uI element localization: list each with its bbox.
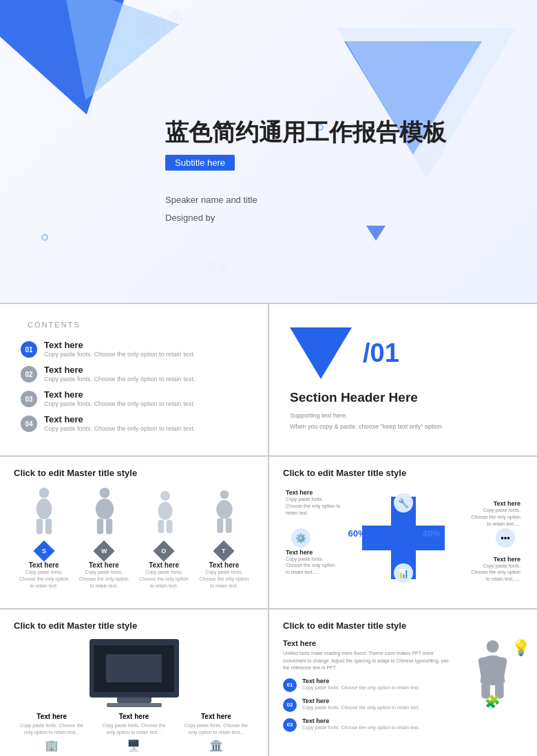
swot-item-O: O Text here Copy paste fonts. Choose the… [138, 543, 191, 589]
slide7-figure: 💡 🧩 [461, 639, 523, 709]
slide6-bottom-text: Text here Copy paste fonts. Choose the o… [98, 713, 169, 752]
svg-point-5 [96, 499, 114, 519]
svg-point-4 [100, 488, 110, 498]
item-desc: Copy paste fonts. Choose the only option… [302, 704, 419, 711]
wrench-icon: 🔧 [394, 493, 413, 512]
contents-num: 04 [21, 415, 37, 432]
contents-text: Text here Copy paste fonts. Choose the o… [44, 414, 195, 432]
contents-item-2: 02 Text here Copy paste fonts. Choose th… [21, 365, 247, 382]
swot-desc: Copy paste fonts. Choose the only option… [17, 569, 70, 589]
monitor-stand-base [117, 698, 151, 703]
speaker-name: Speaker name and title Designed by [165, 191, 496, 227]
slide7-list-item: 03 Text here Copy paste fonts. Choose th… [283, 717, 454, 732]
office-icon: 🏛️ [181, 739, 251, 752]
monitor-icon: 🖥️ [98, 739, 169, 752]
contents-desc: Copy paste fonts. Choose the only option… [44, 351, 195, 358]
contents-num: 02 [21, 366, 37, 382]
svg-rect-6 [97, 519, 103, 534]
contents-title: Text here [44, 389, 195, 400]
cross-right-text: Text here Copy paste fonts. Choose the o… [469, 500, 520, 527]
swot-letter: S [42, 548, 46, 554]
svg-rect-10 [158, 520, 164, 533]
slide7-list-item: 02 Text here Copy paste fonts. Choose th… [283, 698, 454, 712]
slide7-text-block: Text here Unified fonts make reading mor… [283, 639, 454, 737]
swot-title: Text here [29, 561, 59, 569]
svg-point-12 [220, 490, 229, 499]
contents-item-1: 01 Text here Copy paste fonts. Choose th… [21, 340, 247, 358]
slide-section-header: /01 Section Header Here Supporting text … [269, 304, 537, 455]
slide-cross: Click to edit Master title style 🔧 📊 ⚙️ … [269, 457, 537, 608]
person4 [211, 488, 238, 538]
slide7-title: Click to edit Master title style [283, 620, 523, 631]
monitor-feet [107, 703, 162, 707]
main-title: 蓝色简约通用工作报告模板 [165, 117, 496, 147]
slide-computer: Click to edit Master title style Text he… [0, 609, 268, 756]
swot-item-S: S Text here Copy paste fonts. Choose the… [17, 543, 70, 589]
swot-badge: S [33, 540, 54, 561]
tri-small [366, 226, 386, 241]
slide-figure: Click to edit Master title style Text he… [269, 609, 537, 756]
swot-badge: T [213, 540, 235, 561]
slide5-title: Click to edit Master title style [283, 468, 523, 478]
swot-title: Text here [149, 561, 179, 569]
swot-letter: O [162, 548, 167, 554]
people-row [14, 486, 254, 538]
item-desc: Copy paste fonts. Choose the only option… [302, 724, 419, 731]
item-title: Text here [302, 678, 419, 684]
item-num: 02 [283, 698, 297, 712]
item-num: 03 [283, 718, 297, 732]
item-text: Text here Copy paste fonts. Choose the o… [302, 717, 419, 731]
section-triangle [290, 327, 352, 379]
svg-point-16 [486, 640, 498, 653]
slide-swot: Click to edit Master title style [0, 457, 268, 608]
contents-num: 03 [21, 391, 37, 407]
slide6-left-text: Text here Copy paste fonts. Choose the o… [17, 713, 87, 752]
contents-text: Text here Copy paste fonts. Choose the o… [44, 389, 195, 407]
screen-content [106, 654, 162, 682]
swot-item-T: T Text here Copy paste fonts. Choose the… [198, 543, 251, 589]
slide6-bottom-row: Text here Copy paste fonts. Choose the o… [14, 713, 254, 752]
gear-icon: ⚙️ [291, 528, 310, 548]
slide-title: 蓝色简约通用工作报告模板 Subtitle here Speaker name … [0, 0, 537, 303]
contents-num: 01 [21, 341, 37, 358]
slide7-main-desc: Unified fonts make reading more fluent. … [283, 650, 454, 672]
subtitle-badge: Subtitle here [165, 155, 235, 171]
slide7-list-item: 01 Text here Copy paste fonts. Choose th… [283, 678, 454, 692]
swot-title: Text here [89, 561, 119, 569]
section-supporting: Supporting text here. When you copy & pa… [290, 411, 462, 432]
svg-rect-15 [226, 518, 232, 533]
swot-item-W: W Text here Copy paste fonts. Choose the… [77, 543, 130, 589]
swot-letter: W [101, 548, 107, 554]
person-figure [474, 639, 512, 701]
swot-badge: O [154, 540, 175, 561]
building-icon: 🏢 [17, 739, 87, 752]
svg-point-13 [216, 500, 232, 519]
contents-desc: Copy paste fonts. Choose the only option… [44, 376, 195, 382]
svg-point-1 [36, 499, 52, 519]
slide6-right-text: Text here Copy paste fonts. Choose the o… [181, 713, 251, 752]
contents-text: Text here Copy paste fonts. Choose the o… [44, 365, 195, 382]
chart-icon: 📊 [394, 563, 413, 583]
cross-left-text: Text here Copy paste fonts. Choose the o… [286, 549, 337, 576]
cross-bottom-text: Text here Copy paste fonts. Choose the o… [469, 556, 520, 583]
slide7-main-title: Text here [283, 639, 454, 647]
contents-title: Text here [44, 414, 195, 424]
slide4-title: Click to edit Master title style [14, 468, 254, 478]
item-text: Text here Copy paste fonts. Choose the o… [302, 678, 419, 691]
contents-item-3: 03 Text here Copy paste fonts. Choose th… [21, 389, 247, 407]
dots-icon: ••• [496, 528, 515, 548]
item-num: 01 [283, 678, 297, 692]
item-desc: Copy paste fonts. Choose the only option… [302, 684, 419, 691]
slide7-items: 01 Text here Copy paste fonts. Choose th… [283, 678, 454, 732]
contents-text: Text here Copy paste fonts. Choose the o… [44, 340, 195, 358]
swot-desc: Copy paste fonts. Choose the only option… [77, 569, 130, 589]
slide-contents: CONTENTS 01 Text here Copy paste fonts. … [0, 304, 268, 455]
slide6-title: Click to edit Master title style [14, 620, 254, 631]
contents-desc: Copy paste fonts. Choose the only option… [44, 400, 195, 407]
swot-title: Text here [209, 561, 240, 569]
puzzle-icon: 🧩 [485, 694, 500, 709]
person2 [91, 486, 118, 538]
contents-label: CONTENTS [28, 321, 247, 329]
item-title: Text here [302, 698, 419, 704]
section-number: /01 [363, 338, 399, 368]
